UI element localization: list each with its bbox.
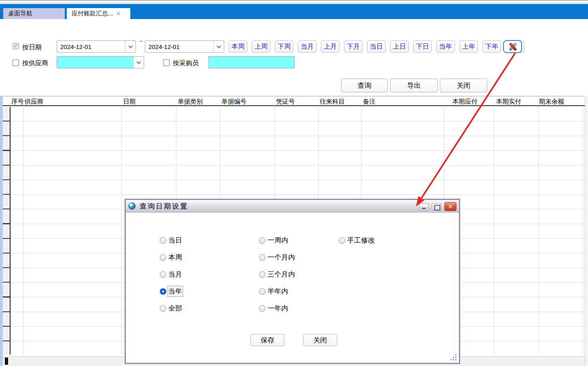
radio-circle-icon[interactable] [339, 237, 345, 244]
radio-this-week-label[interactable]: 本周 [168, 253, 182, 262]
radio-manual-edit[interactable]: 手工修改 [339, 236, 375, 245]
quick-btn-this-month[interactable]: 当月 [298, 40, 316, 53]
col-header-balance: 期末余额 [539, 98, 564, 106]
tab-bar: 桌面导航 应付账款汇总... × [0, 4, 588, 19]
globe-app-icon [128, 202, 136, 210]
quick-btn-next-year[interactable]: 下年 [482, 40, 501, 53]
dialog-close-button[interactable]: ✕ [444, 202, 456, 211]
radio-within-3-months[interactable]: 三个月内 [259, 270, 295, 279]
by-date-label: 按日期 [22, 43, 42, 52]
date-range-tilde: ~ [139, 38, 143, 45]
by-supplier-checkbox[interactable] [13, 60, 19, 66]
dialog-window-buttons: ✕ [419, 203, 456, 211]
close-icon: ✕ [448, 203, 453, 210]
radio-within-3-months-label[interactable]: 三个月内 [267, 270, 295, 279]
export-button[interactable]: 导出 [390, 79, 438, 92]
radio-circle-icon[interactable] [259, 305, 265, 312]
minimize-button[interactable] [419, 203, 429, 211]
radio-circle-icon[interactable] [160, 237, 166, 244]
quick-btn-last-year[interactable]: 上年 [459, 40, 478, 53]
dialog-close-action-button[interactable]: 关闭 [303, 334, 337, 346]
radio-circle-icon[interactable] [160, 305, 166, 312]
dialog-save-button[interactable]: 保存 [250, 334, 284, 346]
radio-this-year-label[interactable]: 当年 [168, 287, 182, 296]
col-header-date: 日期 [123, 98, 136, 106]
vertical-scrollbar[interactable] [585, 96, 588, 366]
radio-all[interactable]: 全部 [160, 304, 182, 313]
radio-within-month[interactable]: 一个月内 [259, 253, 295, 262]
supplier-value [57, 57, 133, 68]
table-header-row: 序号 供应商 日期 单据类别 单据编号 凭证号 往来科目 备注 本期应付 本期实… [3, 96, 585, 106]
quick-btn-next-month[interactable]: 下月 [344, 40, 363, 53]
tab-desktop-nav[interactable]: 桌面导航 [3, 8, 65, 19]
radio-today-label[interactable]: 当日 [168, 236, 182, 245]
radio-today[interactable]: 当日 [160, 236, 182, 245]
date-from-dropdown-button[interactable] [125, 41, 136, 52]
radio-within-half-year[interactable]: 半年内 [259, 287, 288, 296]
by-date-checkbox[interactable]: ✓ [13, 43, 19, 49]
radio-circle-icon[interactable] [259, 237, 265, 244]
radio-circle-icon[interactable] [160, 271, 166, 278]
resize-grip[interactable] [451, 355, 456, 360]
supplier-combobox[interactable] [57, 56, 144, 68]
quick-btn-last-week[interactable]: 上周 [252, 40, 270, 53]
col-header-doc-no: 单据编号 [221, 98, 246, 106]
radio-selected-icon[interactable] [160, 288, 166, 295]
quick-btn-this-year[interactable]: 当年 [436, 40, 455, 53]
grid-vline [494, 107, 494, 355]
radio-circle-icon[interactable] [160, 254, 166, 261]
chevron-down-icon [128, 44, 133, 48]
supplier-dropdown-button[interactable] [133, 57, 144, 68]
radio-within-half-year-label[interactable]: 半年内 [267, 287, 288, 296]
radio-within-week[interactable]: 一周内 [259, 236, 288, 245]
chevron-down-icon [217, 44, 221, 48]
by-supplier-label: 按供应商 [22, 59, 48, 68]
app-window: 桌面导航 应付账款汇总... × ✓ 按日期 2024-12-01 ~ 2024… [0, 0, 588, 366]
quick-btn-yesterday[interactable]: 上日 [390, 40, 409, 53]
check-icon: ✓ [14, 43, 18, 49]
radio-this-week[interactable]: 本周 [160, 253, 182, 262]
quick-btn-this-week[interactable]: 本周 [229, 40, 247, 53]
by-purchaser-label: 按采购员 [173, 59, 199, 68]
quick-btn-tomorrow[interactable]: 下日 [413, 40, 432, 53]
radio-this-month[interactable]: 当月 [160, 270, 182, 279]
purchaser-input[interactable] [208, 56, 295, 68]
maximize-button[interactable] [432, 203, 441, 211]
col-header-seq: 序号 [11, 98, 24, 106]
radio-within-year[interactable]: 一年内 [259, 304, 288, 313]
quick-btn-today[interactable]: 当日 [367, 40, 386, 53]
left-margin-strip [0, 96, 3, 366]
horizontal-scrollbar-thumb[interactable] [5, 357, 8, 365]
date-to-value: 2024-12-01 [145, 43, 213, 50]
by-purchaser-checkbox[interactable] [163, 60, 170, 66]
close-button[interactable]: 关闭 [440, 79, 487, 92]
grid-vline [121, 107, 122, 355]
dialog-title-bar[interactable]: 查询日期设置 ✕ [126, 200, 459, 213]
date-to-combobox[interactable]: 2024-12-01 [145, 40, 224, 53]
date-from-combobox[interactable]: 2024-12-01 [57, 40, 136, 53]
quick-btn-last-month[interactable]: 上月 [321, 40, 340, 53]
col-header-payable: 本期应付 [452, 98, 478, 106]
radio-circle-icon[interactable] [259, 288, 265, 295]
query-button[interactable]: 查询 [341, 79, 388, 92]
quick-btn-next-week[interactable]: 下周 [275, 40, 293, 53]
date-to-dropdown-button[interactable] [213, 41, 224, 52]
tab-close-icon[interactable]: × [117, 10, 121, 17]
tab-payable-summary[interactable]: 应付账款汇总... × [67, 8, 130, 19]
col-header-paid: 本期实付 [496, 98, 521, 106]
quick-date-buttons: 本周 上周 下周 当月 上月 下月 当日 上日 下日 当年 上年 下年 全部 [229, 40, 524, 53]
col-header-supplier: 供应商 [25, 98, 44, 106]
radio-manual-edit-label[interactable]: 手工修改 [347, 236, 375, 245]
grid-vline [583, 107, 583, 355]
radio-this-year[interactable]: 当年 [160, 287, 182, 296]
radio-within-month-label[interactable]: 一个月内 [267, 253, 295, 262]
radio-circle-icon[interactable] [259, 254, 265, 261]
col-header-doc-type: 单据类别 [178, 98, 203, 106]
radio-within-week-label[interactable]: 一周内 [267, 236, 288, 245]
radio-circle-icon[interactable] [259, 271, 265, 278]
date-settings-tool-button[interactable] [503, 40, 522, 53]
radio-within-year-label[interactable]: 一年内 [267, 304, 288, 313]
radio-all-label[interactable]: 全部 [168, 304, 182, 313]
radio-this-month-label[interactable]: 当月 [168, 270, 182, 279]
grid-vline [23, 107, 23, 355]
